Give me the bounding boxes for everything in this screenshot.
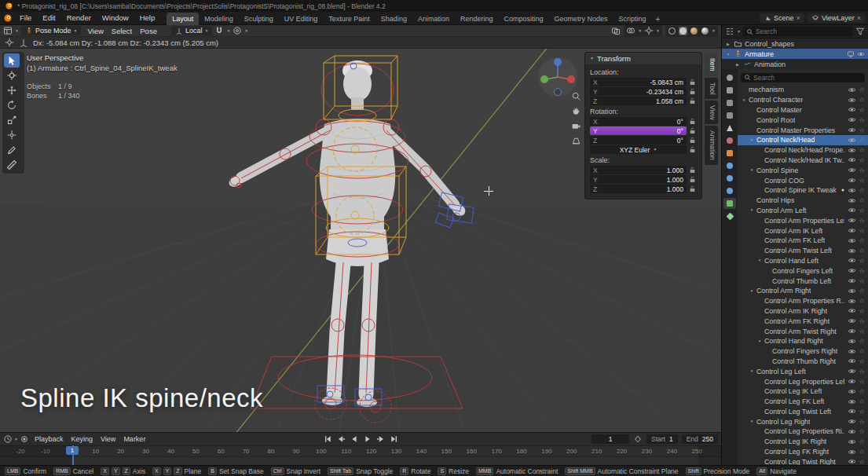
solo-star-icon[interactable]: ☆	[858, 186, 866, 194]
bone-collection-control-spine[interactable]: ▼Control Spine☆	[738, 165, 868, 175]
view-layer-tab[interactable]	[723, 110, 736, 121]
bone-collections-search[interactable]	[741, 73, 865, 82]
bone-collection-control-arm-right[interactable]: ▼Control Arm Right☆	[738, 286, 868, 296]
visibility-eye-icon[interactable]	[848, 266, 856, 275]
select-box-tool[interactable]	[4, 53, 20, 68]
timeline-menu-keying[interactable]: Keying	[67, 435, 97, 443]
solo-star-icon[interactable]: ☆	[858, 177, 866, 185]
camera-view-icon[interactable]	[571, 121, 581, 131]
disclosure-icon[interactable]: ▼	[749, 168, 755, 172]
solo-star-icon[interactable]: ☆	[858, 427, 866, 435]
rotate-tool[interactable]	[4, 98, 20, 112]
solo-star-icon[interactable]: ☆	[858, 257, 866, 265]
solo-star-icon[interactable]: ☆	[858, 408, 866, 416]
disclosure-icon[interactable]: ▼	[749, 369, 755, 373]
bone-collection-mechanism[interactable]: mechanism☆	[738, 85, 868, 95]
particles-tab[interactable]	[723, 173, 736, 184]
workspace-tab-layout[interactable]: Layout	[167, 13, 199, 25]
jump-start-button[interactable]	[321, 434, 333, 444]
timeline-ruler[interactable]: -20-101020304050607080901001101201301401…	[0, 446, 721, 457]
visibility-eye-icon[interactable]	[848, 347, 856, 356]
move-tool[interactable]	[4, 83, 20, 97]
visibility-eye-icon[interactable]	[848, 297, 856, 306]
lock-icon[interactable]	[689, 88, 697, 95]
bone-collection-control-spine-ik-tweak[interactable]: Control Spine IK Tweak☆	[738, 185, 868, 196]
show-gizmos-toggle[interactable]	[644, 26, 654, 35]
mode-selector[interactable]: Pose Mode▼	[21, 26, 81, 35]
bone-collection-control-arm-properties-left[interactable]: Control Arm Properties Left☆	[738, 215, 868, 225]
solo-star-icon[interactable]: ☆	[858, 207, 866, 214]
visibility-eye-icon[interactable]	[848, 136, 856, 145]
solo-star-icon[interactable]: ☆	[858, 196, 866, 204]
disclosure-icon[interactable]: ▼	[749, 208, 755, 212]
bone-collection-control-hand-right[interactable]: ▼Control Hand Right☆	[738, 336, 868, 346]
viewport-menu-pose[interactable]: Pose	[136, 27, 161, 35]
workspace-tab-texture-paint[interactable]: Texture Paint	[323, 13, 375, 25]
render-tab[interactable]	[723, 85, 736, 96]
timeline-menu-marker[interactable]: Marker	[119, 435, 149, 443]
lock-icon[interactable]	[689, 97, 697, 104]
visibility-eye-icon[interactable]	[848, 256, 856, 265]
visibility-eye-icon[interactable]	[848, 337, 856, 346]
jump-end-button[interactable]	[388, 434, 400, 444]
field-scale-y[interactable]: Y1.000	[590, 175, 687, 184]
field-rotation-y[interactable]: Y0°	[590, 126, 687, 135]
gizmo-y-axis[interactable]	[540, 75, 548, 83]
solo-star-icon[interactable]: ☆	[858, 106, 866, 114]
solo-star-icon[interactable]: ☆	[858, 368, 866, 375]
lock-icon[interactable]	[689, 176, 697, 183]
snap-magnet-toggle[interactable]	[214, 26, 224, 35]
sidebar-tab-item[interactable]: Item	[705, 53, 718, 76]
transform-panel-header[interactable]: ▼Transform	[585, 53, 701, 64]
solo-star-icon[interactable]: ☆	[858, 247, 866, 254]
zoom-icon[interactable]	[571, 91, 581, 101]
show-overlays-toggle[interactable]	[626, 26, 635, 35]
lock-icon[interactable]	[689, 79, 697, 86]
lock-icon[interactable]	[689, 185, 697, 192]
play-reverse-button[interactable]	[348, 434, 360, 444]
bone-collection-control-leg-fk-left[interactable]: Control Leg FK Left☆	[738, 397, 868, 407]
bone-collection-control-leg-properties-ri[interactable]: Control Leg Properties Ri...☆	[738, 427, 868, 437]
solo-star-icon[interactable]: ☆	[858, 146, 866, 154]
workspace-tab-geometry-nodes[interactable]: Geometry Nodes	[548, 13, 613, 25]
bone-collection-control-leg-left[interactable]: ▼Control Leg Left☆	[738, 366, 868, 376]
proportional-editing-toggle[interactable]	[233, 26, 242, 35]
disclosure-icon[interactable]: ▶	[725, 42, 731, 46]
field-scale-x[interactable]: X1.000	[590, 166, 687, 174]
visibility-eye-icon[interactable]	[848, 448, 856, 456]
menu-file[interactable]: File	[14, 12, 37, 24]
solo-star-icon[interactable]: ☆	[858, 236, 866, 244]
bone-collection-control-cog[interactable]: Control COG☆	[738, 175, 868, 185]
visibility-eye-icon[interactable]	[848, 226, 856, 235]
frame-start-field[interactable]: Start1	[646, 434, 678, 444]
transform-tool[interactable]	[4, 128, 20, 142]
perspective-toggle-icon[interactable]	[571, 136, 581, 146]
bone-collection-control-leg-ik-left[interactable]: Control Leg IK Left☆	[738, 386, 868, 397]
next-keyframe-button[interactable]	[375, 434, 386, 444]
scene-tab[interactable]	[723, 123, 736, 134]
solo-star-icon[interactable]: ☆	[858, 156, 866, 164]
visibility-eye-icon[interactable]	[848, 317, 856, 325]
disclosure-icon[interactable]: ▶	[734, 62, 741, 67]
sidebar-tab-animation[interactable]: Animation	[705, 126, 718, 165]
object-tab[interactable]	[723, 148, 736, 159]
timeline-menu-playback[interactable]: Playback	[31, 435, 68, 443]
visibility-eye-icon[interactable]	[848, 357, 856, 365]
visibility-eye-icon[interactable]	[848, 166, 856, 174]
viewport-menu-view[interactable]: View	[83, 27, 107, 35]
menu-help[interactable]: Help	[134, 12, 161, 24]
field-rotation-z[interactable]: Z0°	[590, 136, 687, 145]
visibility-eye-icon[interactable]	[848, 306, 856, 315]
workspace-tab-rendering[interactable]: Rendering	[455, 13, 499, 25]
bone-collection-control-arm-properties-r[interactable]: Control Arm Properties R...☆	[738, 296, 868, 306]
output-tab[interactable]	[723, 97, 736, 108]
solo-star-icon[interactable]: ☆	[858, 287, 866, 295]
disclosure-icon[interactable]: ▼	[725, 52, 731, 57]
solo-star-icon[interactable]: ☆	[858, 267, 866, 275]
rotation-mode-dropdown[interactable]: XYZ Euler▼	[590, 145, 687, 154]
gizmo-x-axis[interactable]	[567, 75, 575, 83]
solo-star-icon[interactable]: ☆	[858, 217, 866, 225]
visibility-eye-icon[interactable]	[848, 387, 856, 396]
shading-rendered-button[interactable]	[701, 27, 709, 35]
editor-type-icon-timeline[interactable]	[3, 434, 13, 444]
